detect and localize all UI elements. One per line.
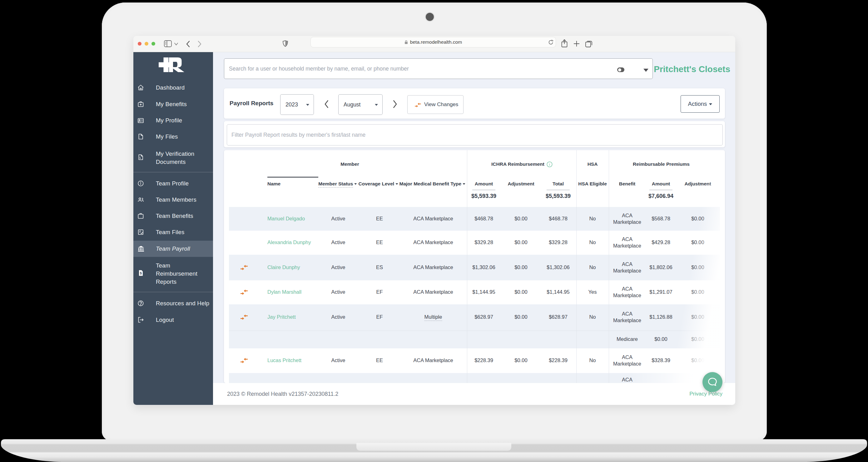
svg-text:$: $	[140, 271, 142, 275]
